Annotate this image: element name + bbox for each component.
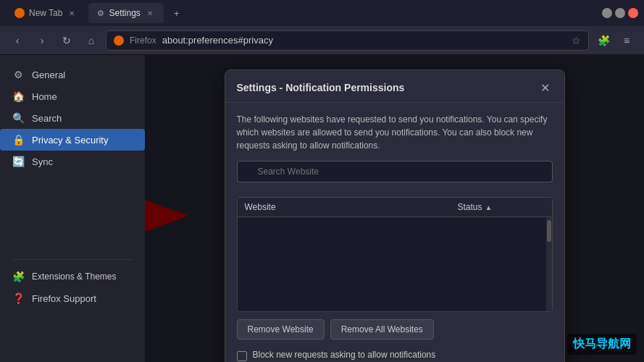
back-button[interactable]: ‹ xyxy=(7,30,28,51)
menu-icon: ≡ xyxy=(624,35,630,46)
close-button[interactable] xyxy=(628,8,638,18)
sidebar-divider xyxy=(12,259,133,260)
home-icon: ⌂ xyxy=(88,35,94,46)
watermark: 快马导航网 xyxy=(567,334,637,355)
modal-close-button[interactable]: ✕ xyxy=(538,80,553,95)
content-pane: Settings - Notification Permissions ✕ Th… xyxy=(145,55,644,362)
sidebar-item-home[interactable]: 🏠 Home xyxy=(0,85,145,107)
gear-icon: ⚙ xyxy=(12,69,25,80)
sidebar-item-privacy[interactable]: 🔒 Privacy & Security xyxy=(0,129,145,151)
sidebar-label-general: General xyxy=(32,70,65,80)
extensions-button[interactable]: 🧩 xyxy=(593,30,614,51)
sidebar-item-general[interactable]: ⚙ General xyxy=(0,64,145,85)
sidebar-item-support[interactable]: ❓ Firefox Support xyxy=(0,287,145,309)
home-sidebar-icon: 🏠 xyxy=(12,90,25,102)
plus-icon: + xyxy=(174,8,180,19)
table-body xyxy=(238,217,552,311)
forward-button[interactable]: › xyxy=(32,30,52,51)
scroll-thumb xyxy=(547,220,551,242)
search-website-input[interactable] xyxy=(237,161,553,182)
reload-button[interactable]: ↻ xyxy=(57,30,77,51)
tab-close-settings[interactable]: ✕ xyxy=(145,8,155,18)
sidebar-label-sync: Sync xyxy=(32,156,53,167)
lock-icon: 🔒 xyxy=(12,134,25,146)
address-bar[interactable]: Firefox about:preferences#privacy ☆ xyxy=(106,30,589,51)
reload-icon: ↻ xyxy=(62,35,71,46)
sidebar-label-support: Firefox Support xyxy=(32,293,96,304)
address-prefix: Firefox xyxy=(130,35,156,46)
block-notifications-row: Block new requests asking to allow notif… xyxy=(237,350,553,362)
table-scrollbar[interactable] xyxy=(546,217,552,311)
menu-button[interactable]: ≡ xyxy=(616,30,637,51)
sidebar-item-search[interactable]: 🔍 Search xyxy=(0,107,145,129)
sidebar-label-privacy: Privacy & Security xyxy=(32,135,108,146)
tab-label: New Tab xyxy=(29,8,62,18)
toolbar-right: 🧩 ≡ xyxy=(593,30,637,51)
maximize-button[interactable] xyxy=(615,8,625,18)
col-website-header: Website xyxy=(245,202,458,212)
tab-settings[interactable]: ⚙ Settings ✕ xyxy=(88,3,163,23)
checkbox-label: Block new requests asking to allow notif… xyxy=(253,350,553,360)
col-status-header: Status ▲ xyxy=(458,202,545,212)
modal-overlay: Settings - Notification Permissions ✕ Th… xyxy=(145,55,644,362)
modal-title: Settings - Notification Permissions xyxy=(237,82,405,93)
table-header: Website Status ▲ xyxy=(238,198,552,217)
website-table: Website Status ▲ xyxy=(237,197,553,312)
extensions-sidebar-icon: 🧩 xyxy=(12,271,25,282)
window-controls xyxy=(602,8,638,18)
sidebar: ⚙ General 🏠 Home 🔍 Search 🔒 Privacy & Se… xyxy=(0,55,145,362)
remove-all-websites-button[interactable]: Remove All Websites xyxy=(330,319,434,340)
browser-window: New Tab ✕ ⚙ Settings ✕ + ‹ › ↻ ⌂ xyxy=(0,0,644,362)
sidebar-item-sync[interactable]: 🔄 Sync xyxy=(0,151,145,172)
toolbar: ‹ › ↻ ⌂ Firefox about:preferences#privac… xyxy=(0,26,644,55)
tab-favicon-settings: ⚙ xyxy=(97,9,104,18)
tab-label-settings: Settings xyxy=(109,8,140,18)
modal-actions: Remove Website Remove All Websites xyxy=(237,319,553,340)
search-input-wrapper: 🔍 xyxy=(237,161,553,190)
main-area: ⚙ General 🏠 Home 🔍 Search 🔒 Privacy & Se… xyxy=(0,55,644,362)
sort-arrow-icon[interactable]: ▲ xyxy=(485,203,493,211)
new-tab-button[interactable]: + xyxy=(167,3,187,23)
firefox-logo-icon xyxy=(114,35,124,46)
block-notifications-checkbox[interactable] xyxy=(237,351,247,361)
modal-description: The following websites have requested to… xyxy=(237,113,553,152)
home-button[interactable]: ⌂ xyxy=(81,30,101,51)
tab-favicon xyxy=(14,8,25,18)
puzzle-icon: 🧩 xyxy=(598,35,610,46)
sync-icon: 🔄 xyxy=(12,156,25,167)
notification-permissions-modal: Settings - Notification Permissions ✕ Th… xyxy=(225,70,565,362)
checkbox-text: Block new requests asking to allow notif… xyxy=(253,350,553,362)
support-icon: ❓ xyxy=(12,292,25,304)
forward-icon: › xyxy=(41,35,44,46)
tab-close-new-tab[interactable]: ✕ xyxy=(67,8,77,18)
sidebar-main-section: ⚙ General 🏠 Home 🔍 Search 🔒 Privacy & Se… xyxy=(0,64,145,172)
star-icon: ☆ xyxy=(572,35,581,46)
close-icon: ✕ xyxy=(540,81,550,95)
sidebar-item-extensions[interactable]: 🧩 Extensions & Themes xyxy=(0,266,145,287)
address-url: about:preferences#privacy xyxy=(162,35,273,46)
sidebar-label-search: Search xyxy=(32,113,62,124)
modal-header: Settings - Notification Permissions ✕ xyxy=(225,70,564,103)
sidebar-label-extensions: Extensions & Themes xyxy=(32,272,117,282)
tab-new-tab[interactable]: New Tab ✕ xyxy=(6,3,85,23)
remove-website-button[interactable]: Remove Website xyxy=(237,319,325,340)
search-sidebar-icon: 🔍 xyxy=(12,112,25,124)
minimize-button[interactable] xyxy=(602,8,612,18)
sidebar-label-home: Home xyxy=(32,91,57,102)
back-icon: ‹ xyxy=(16,35,20,46)
title-bar: New Tab ✕ ⚙ Settings ✕ + xyxy=(0,0,644,26)
modal-body: The following websites have requested to… xyxy=(225,103,564,362)
